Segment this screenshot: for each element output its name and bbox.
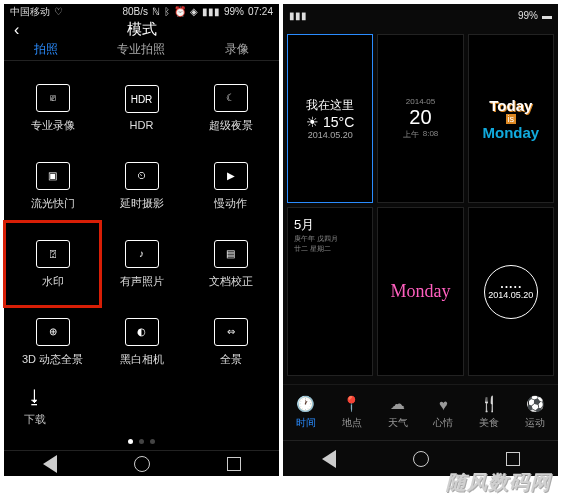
category-icon: ☁ [390, 395, 405, 413]
watermark-today-is[interactable]: Today is Monday [468, 34, 554, 203]
category-icon: 🕐 [296, 395, 315, 413]
mode-icon: ▤ [214, 240, 248, 268]
mode-icon: ♪ [125, 240, 159, 268]
category-icon: ♥ [439, 396, 448, 413]
watermark-category-tabs: 🕐时间📍地点☁天气♥心情🍴美食⚽运动 [283, 384, 558, 440]
page-dots [4, 433, 279, 450]
page-title: 模式 [127, 20, 157, 39]
download-icon: ⭳ [26, 387, 44, 408]
mode-延时摄影[interactable]: ⏲延时摄影 [97, 147, 186, 225]
mode-全景[interactable]: ⇔全景 [186, 303, 275, 381]
mode-icon: ⎚ [36, 84, 70, 112]
watermark-bignum[interactable]: 2014-05 20 上午 8:08 [377, 34, 463, 203]
nav-recent-r[interactable] [506, 452, 520, 466]
tab-pro-photo[interactable]: 专业拍照 [117, 41, 165, 58]
mode-icon: ⍰ [36, 240, 70, 268]
clock: 07:24 [248, 6, 273, 17]
battery-pct: 99% [224, 6, 244, 17]
download-label: 下载 [24, 412, 46, 427]
mode-label: 超级夜景 [209, 118, 253, 133]
mode-文档校正[interactable]: ▤文档校正 [186, 225, 275, 303]
mode-label: 延时摄影 [120, 196, 164, 211]
category-label: 地点 [342, 416, 362, 430]
bluetooth-icon: ᛒ [164, 6, 170, 17]
mode-icon: ▣ [36, 162, 70, 190]
watermark-stamp[interactable]: • • • • • 2014.05.20 [468, 207, 554, 376]
signal-icon: ▮▮▮ [202, 6, 220, 17]
mode-HDR[interactable]: HDRHDR [97, 69, 186, 147]
stamp-icon: • • • • • 2014.05.20 [484, 265, 538, 319]
mode-icon: ◐ [125, 318, 159, 346]
category-tab-心情[interactable]: ♥心情 [433, 396, 453, 430]
mode-label: 有声照片 [120, 274, 164, 289]
mode-icon: ▶ [214, 162, 248, 190]
download-button[interactable]: ⭳ 下载 [24, 387, 46, 427]
mode-专业录像[interactable]: ⎚专业录像 [8, 69, 97, 147]
mode-超级夜景[interactable]: ☾超级夜景 [186, 69, 275, 147]
mode-icon: HDR [125, 85, 159, 113]
category-label: 时间 [296, 416, 316, 430]
category-icon: 🍴 [480, 395, 499, 413]
watermark-here[interactable]: 我在这里 ☀ 15°C 2014.05.20 [287, 34, 373, 203]
title-bar: ‹ 模式 [4, 20, 279, 40]
category-icon: 📍 [342, 395, 361, 413]
category-label: 心情 [433, 416, 453, 430]
nav-back-r[interactable] [322, 450, 336, 468]
mode-icon: ☾ [214, 84, 248, 112]
mode-label: 全景 [220, 352, 242, 367]
category-label: 运动 [525, 416, 545, 430]
watermark-grid: 我在这里 ☀ 15°C 2014.05.20 2014-05 20 上午 8:0… [283, 26, 558, 384]
mode-黑白相机[interactable]: ◐黑白相机 [97, 303, 186, 381]
carrier-label: 中国移动 [10, 5, 50, 19]
mode-有声照片[interactable]: ♪有声照片 [97, 225, 186, 303]
nav-home[interactable] [134, 456, 150, 472]
top-tabs: 拍照 专业拍照 录像 [4, 40, 279, 62]
mode-label: 流光快门 [31, 196, 75, 211]
net-speed: 80B/s [122, 6, 148, 17]
phone-left: 中国移动 ♡ 80B/s ℕ ᛒ ⏰ ◈ ▮▮▮ 99% 07:24 ‹ 模式 … [4, 4, 279, 476]
mode-icon: ⇔ [214, 318, 248, 346]
category-icon: ⚽ [526, 395, 545, 413]
category-label: 天气 [388, 416, 408, 430]
site-watermark: 随风数码网 [446, 469, 551, 496]
phone-right: ▮▮▮ 99%▬ 我在这里 ☀ 15°C 2014.05.20 2014-05 … [283, 4, 558, 476]
category-tab-地点[interactable]: 📍地点 [342, 395, 362, 430]
tab-photo[interactable]: 拍照 [34, 41, 58, 58]
mode-3D 动态全景[interactable]: ⊕3D 动态全景 [8, 303, 97, 381]
category-tab-运动[interactable]: ⚽运动 [525, 395, 545, 430]
category-tab-美食[interactable]: 🍴美食 [479, 395, 499, 430]
status-bar-r: ▮▮▮ 99%▬ [283, 4, 558, 26]
nav-back[interactable] [43, 455, 57, 473]
mode-流光快门[interactable]: ▣流光快门 [8, 147, 97, 225]
mode-label: 慢动作 [214, 196, 247, 211]
tab-video[interactable]: 录像 [225, 41, 249, 58]
mode-grid: ⎚专业录像HDRHDR☾超级夜景▣流光快门⏲延时摄影▶慢动作⍰水印♪有声照片▤文… [4, 61, 279, 381]
watermark-month[interactable]: 5月 庚午年 戊四月 廿二 星期二 [287, 207, 373, 376]
mode-label: 3D 动态全景 [22, 352, 83, 367]
mode-label: 水印 [42, 274, 64, 289]
mode-icon: ⏲ [125, 162, 159, 190]
category-tab-天气[interactable]: ☁天气 [388, 395, 408, 430]
watermark-script[interactable]: Monday [377, 207, 463, 376]
nfc-icon: ℕ [152, 6, 160, 17]
back-button[interactable]: ‹ [14, 21, 19, 39]
mode-水印[interactable]: ⍰水印 [8, 225, 97, 303]
mode-慢动作[interactable]: ▶慢动作 [186, 147, 275, 225]
alarm-icon: ⏰ [174, 6, 186, 17]
mode-label: 文档校正 [209, 274, 253, 289]
wifi-icon: ◈ [190, 6, 198, 17]
mode-icon: ⊕ [36, 318, 70, 346]
category-tab-时间[interactable]: 🕐时间 [296, 395, 316, 430]
nav-recent[interactable] [227, 457, 241, 471]
android-nav [4, 450, 279, 476]
mode-label: HDR [130, 119, 154, 131]
category-label: 美食 [479, 416, 499, 430]
nav-home-r[interactable] [413, 451, 429, 467]
mode-label: 专业录像 [31, 118, 75, 133]
status-bar: 中国移动 ♡ 80B/s ℕ ᛒ ⏰ ◈ ▮▮▮ 99% 07:24 [4, 4, 279, 20]
mode-label: 黑白相机 [120, 352, 164, 367]
